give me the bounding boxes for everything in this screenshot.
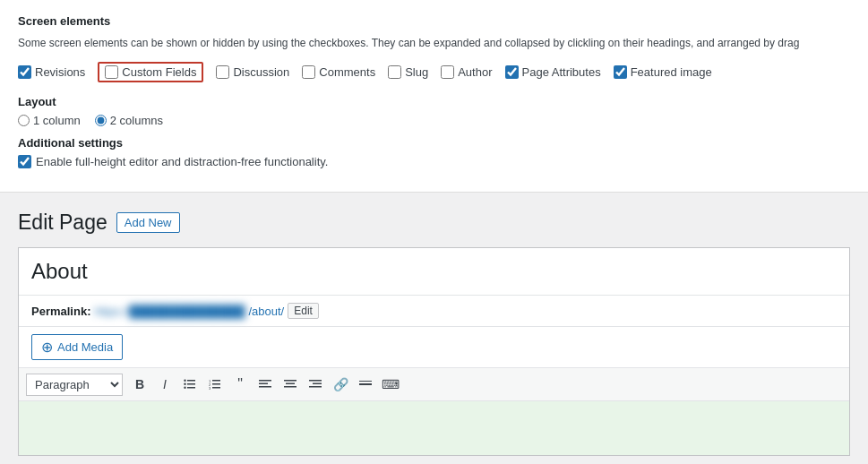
editor-toolbar: Paragraph Heading 1 Heading 2 Heading 3 … — [19, 368, 849, 401]
link-button[interactable]: 🔗 — [329, 373, 352, 396]
permalink-slug[interactable]: /about/ — [248, 305, 284, 318]
editor-container: Permalink: https://██████████████ /about… — [18, 247, 850, 456]
page-header: Edit Page Add New — [18, 211, 850, 235]
checkbox-featured-image-input[interactable] — [614, 65, 627, 79]
checkbox-discussion-input[interactable] — [216, 65, 229, 79]
full-height-editor-checkbox[interactable] — [18, 155, 31, 168]
toolbar-toggle-button[interactable]: ⌨ — [379, 373, 402, 396]
additional-settings-title: Additional settings — [18, 136, 850, 150]
svg-point-5 — [184, 387, 185, 389]
svg-rect-6 — [212, 380, 220, 382]
radio-row: 1 column 2 columns — [18, 114, 850, 127]
full-height-editor-label[interactable]: Enable full-height editor and distractio… — [18, 155, 850, 168]
checkbox-author-input[interactable] — [441, 65, 454, 79]
checkbox-comments-input[interactable] — [302, 65, 315, 79]
screen-elements-title: Screen elements — [18, 14, 850, 28]
checkbox-author[interactable]: Author — [441, 65, 492, 79]
checkbox-slug-input[interactable] — [388, 65, 401, 79]
permalink-edit-button[interactable]: Edit — [288, 303, 319, 319]
svg-rect-12 — [259, 380, 271, 382]
permalink-label: Permalink: — [31, 305, 90, 318]
permalink-link[interactable]: https://██████████████ — [94, 305, 245, 318]
checkbox-custom-fields-input[interactable] — [105, 65, 118, 79]
radio-2-columns[interactable]: 2 columns — [95, 114, 163, 127]
main-content: Edit Page Add New Permalink: https://███… — [0, 193, 868, 456]
page-title-input[interactable] — [19, 248, 849, 296]
checkbox-custom-fields[interactable]: Custom Fields — [98, 62, 203, 82]
checkbox-slug-label: Slug — [405, 65, 428, 79]
checkbox-featured-image[interactable]: Featured image — [614, 65, 712, 79]
checkbox-revisions-input[interactable] — [18, 65, 31, 79]
svg-rect-20 — [309, 386, 322, 388]
page-title: Edit Page — [18, 211, 107, 235]
svg-rect-17 — [284, 386, 296, 388]
svg-rect-14 — [259, 386, 271, 388]
ordered-list-button[interactable]: 123 — [203, 373, 227, 396]
checkbox-discussion-label: Discussion — [233, 65, 289, 79]
add-media-bar: ⊕ Add Media — [19, 327, 849, 368]
svg-point-3 — [184, 380, 185, 382]
more-button[interactable] — [354, 373, 377, 396]
checkbox-featured-image-label: Featured image — [631, 65, 712, 79]
checkbox-slug[interactable]: Slug — [388, 65, 428, 79]
checkbox-comments-label: Comments — [319, 65, 375, 79]
svg-rect-8 — [212, 387, 220, 389]
italic-button[interactable]: I — [153, 373, 176, 396]
screen-options-panel: Screen elements Some screen elements can… — [0, 0, 868, 193]
add-media-button[interactable]: ⊕ Add Media — [31, 334, 123, 360]
format-select[interactable]: Paragraph Heading 1 Heading 2 Heading 3 … — [26, 374, 123, 396]
svg-text:3: 3 — [209, 386, 211, 391]
svg-rect-15 — [284, 380, 296, 382]
layout-title: Layout — [18, 95, 850, 108]
svg-rect-7 — [212, 383, 220, 385]
blockquote-button[interactable]: " — [228, 373, 252, 396]
add-new-button[interactable]: Add New — [116, 212, 180, 233]
radio-1-column-input[interactable] — [18, 115, 30, 126]
svg-rect-21 — [359, 383, 372, 385]
checkbox-revisions-label: Revisions — [35, 65, 85, 79]
svg-rect-2 — [187, 387, 195, 389]
checkbox-custom-fields-label: Custom Fields — [122, 65, 196, 79]
radio-2-columns-label: 2 columns — [110, 114, 163, 127]
editor-area[interactable] — [19, 401, 849, 455]
svg-rect-0 — [187, 380, 195, 382]
checkboxes-row: Revisions Custom Fields Discussion Comme… — [18, 62, 850, 82]
permalink-url: https://██████████████ — [94, 305, 245, 318]
radio-1-column-label: 1 column — [33, 114, 81, 127]
checkbox-page-attributes[interactable]: Page Attributes — [505, 65, 601, 79]
checkbox-page-attributes-input[interactable] — [505, 65, 519, 79]
add-media-icon: ⊕ — [41, 339, 53, 356]
align-right-button[interactable] — [304, 373, 327, 396]
unordered-list-button[interactable] — [178, 373, 202, 396]
svg-point-4 — [184, 383, 185, 385]
checkbox-page-attributes-label: Page Attributes — [522, 65, 601, 79]
screen-elements-desc: Some screen elements can be shown or hid… — [18, 35, 850, 51]
layout-section: Layout 1 column 2 columns — [18, 95, 850, 127]
checkbox-discussion[interactable]: Discussion — [216, 65, 289, 79]
svg-rect-16 — [286, 383, 295, 385]
checkbox-comments[interactable]: Comments — [302, 65, 375, 79]
add-media-label: Add Media — [57, 340, 113, 354]
additional-settings-section: Additional settings Enable full-height e… — [18, 136, 850, 168]
svg-rect-13 — [259, 383, 268, 385]
checkbox-author-label: Author — [458, 65, 492, 79]
radio-2-columns-input[interactable] — [95, 115, 107, 126]
bold-button[interactable]: B — [128, 373, 151, 396]
svg-rect-1 — [187, 383, 195, 385]
svg-rect-19 — [313, 383, 322, 385]
permalink-bar: Permalink: https://██████████████ /about… — [19, 296, 849, 327]
checkbox-revisions[interactable]: Revisions — [18, 65, 85, 79]
align-center-button[interactable] — [279, 373, 302, 396]
radio-1-column[interactable]: 1 column — [18, 114, 81, 127]
svg-rect-22 — [359, 381, 372, 382]
align-left-button[interactable] — [254, 373, 277, 396]
svg-rect-18 — [309, 380, 322, 382]
full-height-editor-text: Enable full-height editor and distractio… — [36, 155, 328, 168]
